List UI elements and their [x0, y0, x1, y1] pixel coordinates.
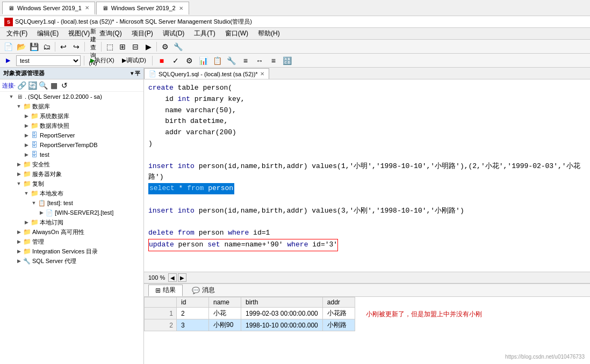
sidebar-btn-3[interactable]: 🔍 — [38, 81, 48, 90]
expand-icon-databases: ▼ — [15, 103, 23, 110]
tree-security[interactable]: ▶ 📁 安全性 — [0, 159, 143, 169]
scroll-left-btn[interactable]: ◀ — [168, 273, 177, 282]
redo-btn[interactable]: ↪ — [70, 41, 82, 52]
browser-tab-1[interactable]: 🖥 Windows Server 2019_1 ✕ — [2, 2, 95, 14]
menu-file[interactable]: 文件(F) — [2, 28, 32, 39]
browser-tab-bar: 🖥 Windows Server 2019_1 ✕ 🖥 Windows Serv… — [0, 0, 590, 16]
btn-a[interactable]: ⬚ — [104, 41, 116, 52]
sidebar-btn-5[interactable]: ↺ — [60, 81, 69, 90]
editor-tab-close[interactable]: ✕ — [260, 71, 264, 77]
sidebar-btn-1[interactable]: 🔗 — [17, 81, 26, 90]
code-editor[interactable]: create table person( id int primary key,… — [144, 79, 590, 272]
tree-server[interactable]: ▼ 🖥 . (SQL Server 12.0.2000 - sa) — [0, 92, 143, 101]
table-icon: ⊞ — [155, 287, 161, 294]
tree-management[interactable]: ▶ 📁 管理 — [0, 237, 143, 246]
editor-tab[interactable]: 📄 SQLQuery1.sql - (local).test (sa (52))… — [144, 68, 269, 79]
sidebar-title: 对象资源管理器 — [3, 69, 45, 77]
code-line-11: insert into person(id,name,birth,addr) v… — [148, 206, 586, 217]
open-btn[interactable]: 📂 — [15, 41, 27, 52]
code-text-13b: person — [195, 229, 228, 237]
btn-b[interactable]: ⊞ — [117, 41, 128, 52]
tab-close-1[interactable]: ✕ — [85, 5, 89, 11]
toolbar-btn-8[interactable]: 🔠 — [282, 55, 293, 66]
toolbar-btn-1[interactable]: ⚙ — [184, 55, 196, 66]
stop-btn[interactable]: ■ — [156, 55, 168, 66]
execute-button[interactable]: ▶ 执行(X) — [88, 55, 117, 66]
toolbar-btn-2[interactable]: 📊 — [198, 55, 210, 66]
messages-tab[interactable]: 💬 消息 — [185, 285, 222, 296]
tree-reportserver[interactable]: ▶ 🗄 ReportServer — [0, 130, 143, 140]
tree-system-dbs[interactable]: ▶ 📁 系统数据库 — [0, 111, 143, 121]
tree-reportserver-temp[interactable]: ▶ 🗄 ReportServerTempDB — [0, 140, 143, 150]
browser-tab-2[interactable]: 🖥 Windows Server 2019_2 ✕ — [96, 2, 189, 14]
tree-local-sub[interactable]: ▶ 📁 本地订阅 — [0, 217, 143, 227]
tree-databases[interactable]: ▼ 📁 数据库 — [0, 101, 143, 111]
scroll-right-btn[interactable]: ▶ — [178, 273, 186, 282]
menu-debug[interactable]: 调试(D) — [159, 28, 189, 39]
btn-c[interactable]: ⊟ — [129, 41, 141, 52]
menu-window[interactable]: 窗口(W) — [221, 28, 253, 39]
parse-btn[interactable]: ✓ — [170, 55, 182, 66]
new-query-btn[interactable]: 📄 — [2, 41, 14, 52]
table-row-2[interactable]: 2 3 小刚90 1998-10-10 00:00:00.000 小刚路 — [145, 319, 355, 331]
col-header-id: id — [177, 297, 209, 308]
sidebar-btn-2[interactable]: 🔄 — [27, 81, 37, 90]
tree-sql-agent[interactable]: ▶ 🔧 SQL Server 代理 — [0, 256, 143, 266]
test-db-icon: 🗄 — [30, 150, 39, 159]
toolbar-btn-4[interactable]: 🔧 — [226, 55, 238, 66]
undo-btn[interactable]: ↩ — [57, 41, 69, 52]
db-snapshot-label: 数据库快照 — [40, 122, 69, 130]
keyword-into2: into — [178, 207, 195, 215]
menu-tools[interactable]: 工具(T) — [190, 28, 219, 39]
sidebar-toolbar: 连接· 🔗 🔄 🔍 ▦ ↺ — [0, 79, 143, 92]
tree-replication[interactable]: ▼ 📁 复制 — [0, 179, 143, 188]
toolbar-btn-5[interactable]: ≡ — [240, 55, 251, 66]
tree-test-pub[interactable]: ▼ 📋 [test]: test — [0, 198, 143, 208]
debug-button[interactable]: ▶ 调试(D) — [119, 55, 149, 66]
btn-e[interactable]: ⚙ — [159, 41, 171, 52]
tree-db-snapshot[interactable]: ▶ 📁 数据库快照 — [0, 121, 143, 130]
code-line-9: select * from person — [148, 183, 586, 194]
table-row-1[interactable]: 1 2 小花 1999-02-03 00:00:00.000 小花路 — [145, 308, 355, 319]
results-tab[interactable]: ⊞ 结果 — [148, 285, 183, 296]
code-line-14: update person set name=name+'90' where i… — [148, 239, 586, 251]
menu-query[interactable]: 查询(Q) — [95, 28, 126, 39]
menu-project[interactable]: 项目(P) — [127, 28, 157, 39]
tree-integration-services[interactable]: ▶ 📁 Integration Services 目录 — [0, 246, 143, 256]
management-label: 管理 — [32, 238, 44, 246]
alwayson-label: AlwaysOn 高可用性 — [32, 228, 84, 236]
new-query2-btn[interactable]: 新建查询(N) — [87, 41, 99, 52]
local-pub-icon: 📁 — [30, 189, 39, 198]
menu-edit[interactable]: 编辑(E) — [33, 28, 63, 39]
code-text-1: table person( — [174, 84, 232, 92]
col-header-name: name — [209, 297, 241, 308]
toolbar-btn-3[interactable]: 📋 — [212, 55, 224, 66]
tab-close-2[interactable]: ✕ — [179, 5, 183, 11]
menu-help[interactable]: 帮助(H) — [254, 28, 284, 39]
btn-f[interactable]: 🔧 — [172, 41, 184, 52]
exec-icon[interactable]: ▶ — [2, 55, 14, 66]
btn-d[interactable]: ▶ — [142, 41, 154, 52]
tree-alwayson[interactable]: ▶ 📁 AlwaysOn 高可用性 — [0, 227, 143, 237]
message-icon: 💬 — [192, 287, 200, 294]
code-text-13c: id=1 — [249, 229, 270, 237]
databases-folder-icon: 📁 — [23, 102, 31, 111]
toolbar-btn-6[interactable]: ↔ — [254, 55, 265, 66]
database-select[interactable]: test — [16, 55, 81, 66]
save-btn[interactable]: 💾 — [28, 41, 40, 52]
results-data-table: id name birth addr 1 2 小花 1999-0 — [144, 297, 355, 331]
tree-server-objects[interactable]: ▶ 📁 服务器对象 — [0, 169, 143, 179]
toolbar-btn-7[interactable]: ≡ — [268, 55, 279, 66]
connect-label[interactable]: 连接· — [2, 82, 16, 90]
tree-local-pub[interactable]: ▼ 📁 本地发布 — [0, 188, 143, 198]
sep2 — [84, 42, 85, 52]
save-all-btn[interactable]: 🗂 — [41, 41, 53, 52]
tree-win-server2[interactable]: ▶ 📄 [WIN-SERVER2].[test] — [0, 208, 143, 217]
results-comment: 小刚被更新了，但是加盟上中并没有小刚 — [366, 310, 482, 319]
expand-reportserver: ▶ — [23, 132, 30, 139]
system-dbs-icon: 📁 — [30, 112, 39, 120]
sidebar-btn-4[interactable]: ▦ — [49, 81, 59, 90]
tree-test-db[interactable]: ▶ 🗄 test — [0, 150, 143, 159]
code-text-5: addr varchar(200) — [148, 128, 236, 136]
code-text-11 — [174, 207, 178, 215]
